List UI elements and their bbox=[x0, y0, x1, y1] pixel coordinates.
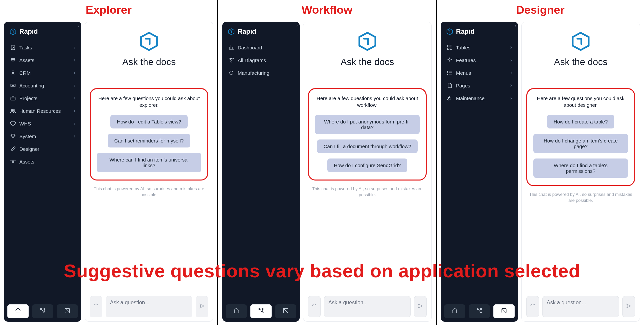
sidebar-item-maintenance[interactable]: Maintenance› bbox=[444, 92, 515, 104]
sidebar-item-menus[interactable]: Menus› bbox=[444, 67, 515, 79]
designer-switch-button[interactable] bbox=[493, 304, 515, 318]
chevron-right-icon: › bbox=[74, 120, 75, 126]
sidebar-item-label: Maintenance bbox=[456, 95, 507, 101]
person-icon bbox=[10, 70, 16, 76]
sidebar-collapse-handle[interactable]: ‹ bbox=[515, 24, 516, 28]
brand[interactable]: Rapid bbox=[444, 26, 515, 41]
chevron-right-icon: › bbox=[510, 82, 512, 88]
sidebar-item-features[interactable]: Features› bbox=[444, 54, 515, 66]
home-icon bbox=[15, 307, 21, 315]
home-icon bbox=[233, 307, 240, 315]
brand-name: Rapid bbox=[456, 28, 475, 35]
sidebar-item-tasks[interactable]: Tasks› bbox=[7, 41, 78, 53]
workflow-icon bbox=[476, 307, 483, 315]
suggestions-box: Here are a few questions you could ask a… bbox=[308, 88, 427, 181]
sidebar-collapse-handle[interactable]: ‹ bbox=[78, 24, 79, 28]
sidebar-item-label: Designer bbox=[19, 146, 75, 152]
suggestion-chip[interactable]: How do I change an item's create page? bbox=[533, 134, 628, 153]
sidebar-collapse-handle[interactable]: ‹ bbox=[296, 24, 298, 28]
brand-name: Rapid bbox=[238, 28, 256, 35]
sidebar-nav: DashboardAll DiagramsManufacturing bbox=[226, 41, 296, 300]
new-chat-button[interactable] bbox=[90, 296, 102, 317]
sidebar-item-label: Manufacturing bbox=[238, 70, 294, 76]
suggestion-chip[interactable]: Can I set reminders for myself? bbox=[108, 134, 190, 147]
sidebar-item-projects[interactable]: Projects› bbox=[7, 92, 78, 104]
sidebar-item-human-resources[interactable]: Human Resources› bbox=[7, 105, 78, 117]
sidebar-item-tables[interactable]: Tables› bbox=[444, 41, 515, 53]
send-button[interactable] bbox=[196, 296, 208, 317]
sidebar-item-assets[interactable]: Assets bbox=[7, 155, 78, 168]
hero-logo-icon bbox=[357, 31, 378, 52]
sidebar-item-label: Menus bbox=[456, 70, 507, 76]
people-icon bbox=[10, 108, 16, 114]
suggestion-chip[interactable]: Can I fill a document through workflow? bbox=[317, 139, 418, 153]
input-row bbox=[90, 296, 208, 317]
sidebar-item-assets[interactable]: Assets› bbox=[7, 54, 78, 66]
clipboard-check-icon bbox=[10, 44, 16, 50]
input-row bbox=[526, 296, 635, 317]
sidebar-item-system[interactable]: System› bbox=[7, 130, 78, 142]
hero-logo-icon bbox=[138, 31, 160, 52]
suggestion-chip[interactable]: How do I edit a Table's view? bbox=[110, 115, 188, 128]
sidebar-item-designer[interactable]: Designer bbox=[7, 143, 78, 155]
brand-logo-icon bbox=[9, 28, 17, 35]
suggestion-chip[interactable]: Where do I find a table's permissions? bbox=[533, 158, 628, 178]
sidebar-item-all-diagrams[interactable]: All Diagrams bbox=[226, 54, 296, 66]
cubes-icon bbox=[10, 158, 16, 165]
sidebar-item-pages[interactable]: Pages› bbox=[444, 79, 515, 91]
explorer-switch-button[interactable] bbox=[226, 304, 247, 318]
suggestion-chip[interactable]: How do I create a table? bbox=[547, 115, 615, 128]
brand[interactable]: Rapid bbox=[226, 26, 296, 41]
wrench-icon bbox=[447, 95, 453, 101]
designer-switch-button[interactable] bbox=[57, 304, 78, 318]
designer-icon bbox=[282, 307, 289, 315]
workflow-switch-button[interactable] bbox=[32, 304, 53, 318]
brand[interactable]: Rapid bbox=[7, 26, 78, 41]
explorer-switch-button[interactable] bbox=[444, 304, 465, 318]
question-input[interactable] bbox=[542, 296, 619, 317]
new-chat-button[interactable] bbox=[308, 296, 321, 317]
send-button[interactable] bbox=[414, 296, 427, 317]
brand-logo-icon bbox=[446, 28, 453, 35]
app-frame: ‹RapidTasks›Assets›CRM›Accounting›Projec… bbox=[4, 22, 213, 322]
sidebar-item-accounting[interactable]: Accounting› bbox=[7, 79, 78, 91]
send-icon bbox=[626, 303, 632, 310]
sidebar-item-label: Assets bbox=[19, 159, 75, 165]
briefcase-icon bbox=[10, 95, 16, 101]
designer-icon bbox=[64, 307, 71, 315]
sidebar-item-crm[interactable]: CRM› bbox=[7, 67, 78, 79]
chat-panel: Ask the docsHere are a few questions you… bbox=[521, 22, 640, 322]
sidebar-item-dashboard[interactable]: Dashboard bbox=[226, 41, 296, 53]
ai-disclaimer: This chat is powered by AI, so surprises… bbox=[90, 186, 208, 198]
circle-icon bbox=[228, 70, 234, 76]
suggestion-chip[interactable]: How do I configure SendGrid? bbox=[327, 158, 408, 172]
heart-icon bbox=[10, 120, 16, 126]
workflow-switch-button[interactable] bbox=[469, 304, 490, 318]
explorer-switch-button[interactable] bbox=[7, 304, 29, 318]
chevron-right-icon: › bbox=[510, 95, 512, 101]
suggestions-box: Here are a few questions you could ask a… bbox=[526, 88, 635, 186]
list-icon bbox=[447, 70, 453, 76]
refresh-icon bbox=[530, 303, 536, 310]
send-button[interactable] bbox=[622, 296, 635, 317]
suggestion-chip[interactable]: Where can I find an item's universal lin… bbox=[97, 153, 201, 172]
hero-title: Ask the docs bbox=[554, 57, 607, 67]
sidebar-item-whs[interactable]: WHS› bbox=[7, 117, 78, 129]
sidebar-item-label: Pages bbox=[456, 83, 507, 88]
workflow-switch-button[interactable] bbox=[250, 304, 272, 318]
sidebar-footer bbox=[7, 300, 78, 318]
designer-icon bbox=[501, 307, 507, 315]
question-input[interactable] bbox=[106, 296, 192, 317]
column-title: Explorer bbox=[4, 3, 213, 16]
new-chat-button[interactable] bbox=[526, 296, 539, 317]
ai-disclaimer: This chat is powered by AI, so surprises… bbox=[308, 186, 427, 198]
cubes-icon bbox=[10, 57, 16, 63]
question-input[interactable] bbox=[324, 296, 411, 317]
sidebar-item-label: System bbox=[19, 133, 70, 139]
sidebar-item-label: Features bbox=[456, 57, 507, 63]
sidebar-item-manufacturing[interactable]: Manufacturing bbox=[226, 67, 296, 79]
sidebar-item-label: Projects bbox=[19, 95, 70, 101]
suggestion-chip[interactable]: Where do I put anonymous form pre-fill d… bbox=[315, 115, 420, 134]
designer-switch-button[interactable] bbox=[275, 304, 296, 318]
chevron-right-icon: › bbox=[510, 70, 512, 76]
